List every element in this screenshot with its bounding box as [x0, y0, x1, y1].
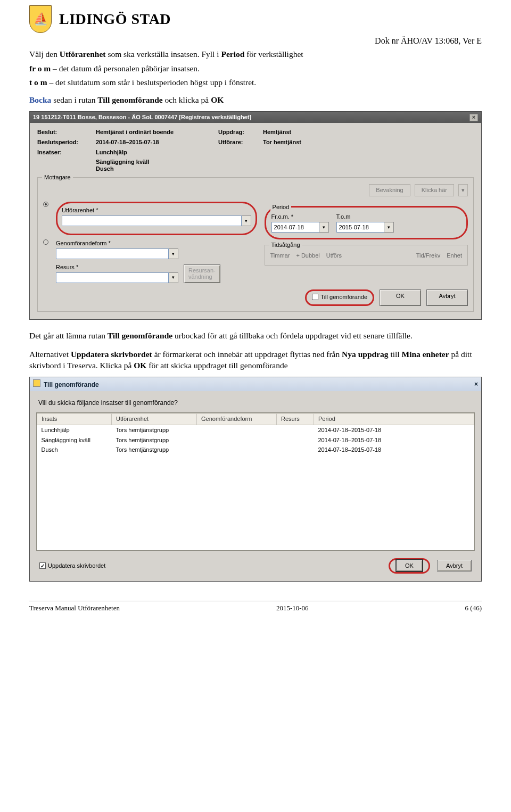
checkbox-uppdatera-skrivbord[interactable]: ✓ Uppdatera skrivbordet — [39, 562, 105, 570]
org-name: LIDINGÖ STAD — [59, 9, 171, 29]
municipal-crest-icon: ⛵ — [29, 5, 52, 33]
txt: sedan i rutan — [51, 95, 97, 104]
col-dubbel: + Dubbel — [296, 252, 319, 260]
label-beslut: Beslut: — [37, 128, 85, 136]
combo-utforarenhet[interactable]: ▾ — [62, 216, 251, 226]
txt: är förmarkerat och innebär att uppdraget… — [152, 350, 342, 359]
txt-bold: Utförarenhet — [60, 49, 106, 59]
combo-from-date[interactable]: ▾ — [271, 222, 329, 233]
crest-glyph: ⛵ — [34, 11, 48, 27]
cell-period: 2014-07-18–2015-07-18 — [314, 435, 474, 445]
txt-bold: Nya uppdrag — [342, 350, 388, 359]
col-tidfrekv: Tid/Frekv — [416, 252, 440, 260]
col-utfors: Utförs — [326, 252, 342, 260]
legend-mottagare: Mottagare — [42, 173, 73, 181]
checkbox-icon[interactable] — [312, 294, 318, 300]
txt-bold: fr o m — [29, 64, 51, 73]
value-period: 2014-07-18–2015-07-18 — [96, 138, 208, 146]
mid-para-2: Alternativet Uppdatera skrivbordet är fö… — [29, 349, 482, 371]
cell-resurs — [277, 445, 314, 455]
ok-button[interactable]: OK — [395, 559, 423, 572]
footer-date: 2015-10-06 — [276, 603, 309, 613]
chevron-down-icon[interactable]: ▾ — [458, 184, 468, 196]
bevakning-label: Bevakning — [369, 184, 410, 196]
avbryt-button[interactable]: Avbryt — [437, 560, 472, 571]
avbryt-button[interactable]: Avbryt — [426, 289, 468, 306]
group-tidsatgang: Tidsåtgång Timmar + Dubbel Utförs Tid/Fr… — [265, 245, 468, 266]
radio-genomform[interactable] — [43, 239, 48, 245]
checkbox-label: Uppdatera skrivbordet — [48, 562, 105, 570]
chevron-down-icon[interactable]: ▾ — [384, 222, 394, 233]
txt: Det går att lämna rutan — [29, 331, 108, 340]
cell-genom — [197, 445, 277, 455]
legend-tidsatgang: Tidsåtgång — [269, 241, 302, 249]
window-register-verkstallighet: 19 151212-T011 Bosse, Bosseson - ÄO SoL … — [29, 111, 482, 320]
window-title: Till genomförande — [44, 381, 99, 388]
cell-resurs — [277, 435, 314, 445]
label-genomform: Genomförandeform * — [56, 239, 257, 247]
txt: som ska verkställa insatsen. Fyll i — [106, 49, 221, 59]
label-utforare: Utförare: — [218, 138, 252, 146]
document-reference: Dok nr ÄHO/AV 13:068, Ver E — [29, 35, 482, 47]
insats-1: Sängläggning kväll — [96, 159, 474, 166]
txt: urbockad för att gå tillbaka och fördela… — [172, 331, 413, 340]
label-resurs: Resurs * — [56, 263, 178, 271]
col-resurs: Resurs — [277, 413, 314, 425]
close-icon[interactable]: × — [474, 380, 478, 388]
cell-enhet: Tors hemtjänstgrupp — [112, 435, 197, 445]
table-row[interactable]: DuschTors hemtjänstgrupp2014-07-18–2015-… — [37, 445, 474, 455]
close-icon[interactable]: × — [469, 114, 478, 121]
col-utforarenhet: Utförarenhet — [112, 413, 197, 425]
label-utforarenhet: Utförarenhet * — [62, 206, 251, 214]
page-header: ⛵ LIDINGÖ STAD — [29, 5, 482, 33]
dialog-prompt: Vill du skicka följande insatser till ge… — [30, 391, 481, 412]
intro-line-1: Välj den Utförarenhet som ska verkställa… — [29, 49, 482, 60]
intro-line-3: t o m – det slutdatum som står i besluts… — [29, 77, 482, 88]
txt: för verkställighet — [244, 49, 303, 59]
col-insats: Insats — [37, 413, 112, 425]
ok-button[interactable]: OK — [380, 289, 421, 306]
value-uppdrag: Hemtjänst — [263, 128, 291, 136]
cell-period: 2014-07-18–2015-07-18 — [314, 445, 474, 455]
resursanvandning-button[interactable]: Resursan- vändning — [184, 264, 220, 283]
checkbox-icon[interactable]: ✓ — [39, 562, 46, 569]
input-resurs[interactable] — [56, 272, 169, 283]
mid-para-1: Det går att lämna rutan Till genomförand… — [29, 330, 482, 342]
txt-bold: Period — [221, 49, 244, 59]
checkbox-till-genomforande[interactable]: Till genomförande — [312, 293, 367, 301]
klicka-har-button[interactable]: Klicka här — [415, 184, 454, 196]
combo-tom-date[interactable]: ▾ — [336, 222, 394, 233]
cell-enhet: Tors hemtjänstgrupp — [112, 425, 197, 435]
input-genomform[interactable] — [56, 248, 169, 259]
txt: OK — [211, 95, 224, 104]
input-from-date[interactable] — [271, 222, 319, 233]
info-row-beslut: Beslut: Hemtjänst i ordinärt boende Uppd… — [37, 128, 474, 136]
group-mottagare: Mottagare Bevakning Klicka här ▾ Utförar… — [37, 177, 474, 312]
radio-utforarenhet[interactable] — [43, 202, 48, 207]
txt-bold: Till genomförande — [108, 331, 172, 340]
cell-genom — [197, 435, 277, 445]
txt-bold: t o m — [29, 78, 47, 87]
txt: för att skicka uppdraget till genomföran… — [146, 361, 287, 370]
input-tom-date[interactable] — [336, 222, 384, 233]
table-row[interactable]: Sängläggning kvällTors hemtjänstgrupp201… — [37, 435, 474, 445]
txt: Välj den — [29, 49, 60, 59]
insats-2: Dusch — [96, 165, 474, 173]
chevron-down-icon[interactable]: ▾ — [169, 248, 178, 259]
value-beslut: Hemtjänst i ordinärt boende — [96, 128, 208, 136]
combo-genomform[interactable]: ▾ — [56, 248, 178, 259]
chevron-down-icon[interactable]: ▾ — [242, 216, 251, 226]
legend-period: Period — [270, 203, 292, 211]
chevron-down-icon[interactable]: ▾ — [319, 222, 329, 233]
chevron-down-icon[interactable]: ▾ — [169, 272, 178, 283]
input-utforarenhet[interactable] — [62, 216, 242, 226]
value-utforare: Tor hemtjänst — [263, 138, 301, 146]
table-row[interactable]: LunchhjälpTors hemtjänstgrupp2014-07-18–… — [37, 425, 474, 435]
cell-resurs — [277, 425, 314, 435]
combo-resurs[interactable]: ▾ — [56, 272, 178, 283]
cell-insats: Lunchhjälp — [37, 425, 112, 435]
txt: Bocka — [29, 95, 51, 104]
intro-line-2: fr o m – det datum då personalen påbörja… — [29, 63, 482, 74]
group-period: Period Fr.o.m. * ▾ T.o.m — [265, 206, 468, 239]
cell-enhet: Tors hemtjänstgrupp — [112, 445, 197, 455]
